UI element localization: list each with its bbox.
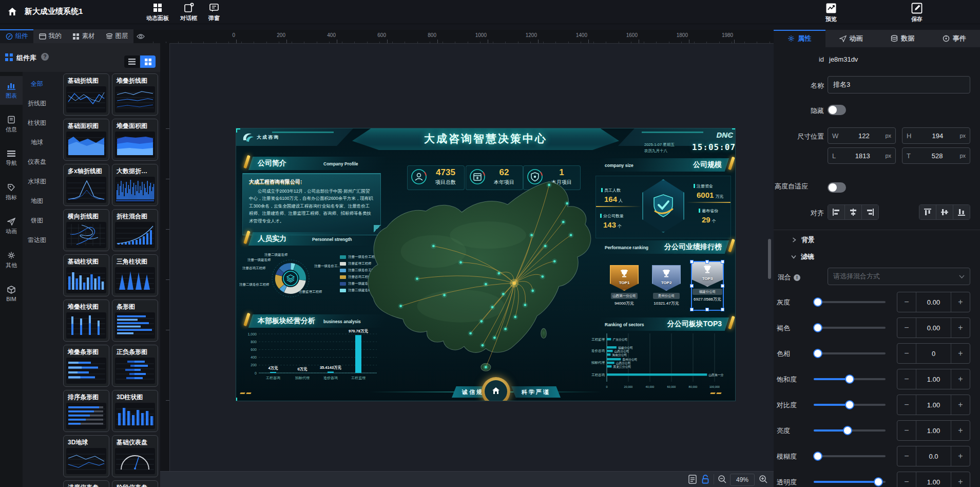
name-input[interactable]: 排名3 — [828, 76, 970, 93]
component-card-基础柱状图[interactable]: 基础柱状图 — [63, 254, 109, 296]
panel-tab-事件[interactable]: 事件 — [929, 30, 980, 47]
rail-item-其他[interactable]: 其他 — [0, 246, 23, 274]
increase-button[interactable]: + — [951, 395, 970, 415]
panel-tab-数据[interactable]: 数据 — [877, 30, 929, 47]
help-icon[interactable]: ? — [41, 53, 49, 61]
rail-item-图表[interactable]: 图表 — [0, 76, 23, 105]
rail-item-指标[interactable]: 指标 — [0, 178, 23, 207]
decrease-button[interactable]: − — [897, 395, 916, 415]
component-card-大数据折…[interactable]: 大数据折… — [112, 164, 158, 206]
selection-handle[interactable] — [705, 308, 709, 311]
dashboard-artboard[interactable]: 大成咨询智慧决策中心大成咨询DNC大成咨询2025-1-07 星期五农历九月十八… — [236, 128, 735, 401]
slider-thumb-灰度[interactable] — [813, 297, 822, 307]
category-仪表盘[interactable]: 仪表盘 — [23, 152, 51, 172]
filter-section-header[interactable]: 滤镜 — [791, 252, 814, 261]
rail-item-导航[interactable]: 导航 — [0, 144, 23, 173]
decrease-button[interactable]: − — [897, 369, 916, 389]
panel-tab-动画[interactable]: 动画 — [825, 30, 877, 47]
component-card-基础折线图[interactable]: 基础折线图 — [63, 73, 109, 116]
decrease-button[interactable]: − — [897, 292, 916, 312]
zoom-level[interactable]: 49% — [730, 474, 755, 486]
align-top-button[interactable] — [919, 205, 936, 219]
decrease-button[interactable]: − — [897, 421, 916, 440]
slider-track-褐色[interactable] — [814, 327, 886, 329]
component-card-横向折线图[interactable]: 横向折线图 — [63, 209, 109, 251]
background-section-header[interactable]: 背景 — [792, 235, 815, 245]
slider-thumb-色相[interactable] — [813, 349, 822, 358]
component-card-正负条形图[interactable]: 正负条形图 — [112, 345, 158, 387]
component-card-进度仪表盘[interactable]: 进度仪表盘 — [63, 480, 109, 487]
page-icon[interactable] — [688, 475, 697, 484]
save-button[interactable]: 保存 — [911, 3, 923, 23]
selection-handle[interactable] — [721, 308, 724, 311]
home-button[interactable] — [5, 5, 20, 18]
top-input[interactable]: T528px — [902, 147, 970, 164]
panel-tab-属性[interactable]: 属性 — [774, 30, 825, 47]
align-center-h-button[interactable] — [845, 205, 862, 219]
slider-thumb-亮度[interactable] — [843, 426, 852, 435]
autofit-toggle[interactable] — [828, 182, 846, 193]
slider-track-模糊度[interactable] — [814, 455, 886, 457]
tab-我的[interactable]: 我的 — [33, 29, 67, 43]
increase-button[interactable]: + — [951, 421, 970, 440]
toolbar-dynamic-panel[interactable]: 动态面板 — [146, 3, 169, 22]
zoom-out-icon[interactable] — [718, 475, 727, 484]
category-地图[interactable]: 地图 — [23, 191, 51, 211]
component-card-基础面积图[interactable]: 基础面积图 — [63, 119, 109, 161]
component-card-堆叠柱状图[interactable]: 堆叠柱状图 — [63, 299, 109, 342]
decrease-button[interactable]: − — [897, 472, 916, 487]
selection-handle[interactable] — [690, 308, 694, 311]
slider-thumb-褐色[interactable] — [813, 323, 822, 332]
decrease-button[interactable]: − — [897, 446, 916, 466]
selection-handle[interactable] — [690, 260, 694, 264]
decrease-button[interactable]: − — [897, 318, 916, 338]
zoom-in-icon[interactable] — [759, 475, 768, 484]
increase-button[interactable]: + — [951, 292, 970, 312]
rail-item-信息[interactable]: 信息 — [0, 110, 23, 139]
component-card-阶段仪表盘[interactable]: 阶段仪表盘 — [112, 480, 158, 487]
slider-thumb-对比度[interactable] — [845, 400, 854, 409]
slider-thumb-模糊度[interactable] — [813, 452, 822, 461]
tab-图层[interactable]: 图层 — [100, 29, 133, 43]
decrease-button[interactable]: − — [897, 344, 916, 363]
increase-button[interactable]: + — [951, 344, 970, 363]
height-input[interactable]: H194px — [902, 127, 970, 144]
unlock-icon[interactable] — [701, 475, 709, 484]
category-水球图[interactable]: 水球图 — [23, 172, 51, 191]
component-card-三角柱状图[interactable]: 三角柱状图 — [112, 254, 158, 296]
toolbar-dialog[interactable]: 对话框 — [180, 3, 197, 22]
slider-track-色相[interactable] — [814, 352, 886, 354]
component-card-条形图[interactable]: 条形图 — [112, 299, 158, 342]
rail-item-动画[interactable]: 动画 — [0, 212, 23, 240]
component-card-折柱混合图[interactable]: 折柱混合图 — [112, 209, 158, 251]
left-input[interactable]: L1813px — [828, 147, 896, 164]
ruler-corner[interactable] — [133, 30, 148, 43]
increase-button[interactable]: + — [951, 446, 970, 466]
slider-thumb-饱和度[interactable] — [845, 374, 854, 384]
align-right-button[interactable] — [862, 205, 878, 219]
component-card-排序条形图[interactable]: 排序条形图 — [63, 390, 109, 432]
increase-button[interactable]: + — [951, 318, 970, 338]
component-card-基础仪表盘[interactable]: 基础仪表盘 — [112, 435, 158, 477]
increase-button[interactable]: + — [951, 369, 970, 389]
blend-select[interactable]: 请选择混合方式 — [828, 268, 970, 285]
width-input[interactable]: W122px — [828, 127, 896, 144]
align-bottom-button[interactable] — [953, 205, 970, 219]
rail-item-BIM[interactable]: BIM — [0, 279, 23, 308]
slider-track-灰度[interactable] — [814, 301, 886, 303]
selection-handle[interactable] — [721, 284, 724, 288]
tab-组件[interactable]: 组件 — [0, 29, 33, 43]
hide-toggle[interactable] — [828, 105, 846, 115]
category-饼图[interactable]: 饼图 — [23, 211, 51, 230]
toolbar-popup[interactable]: 弹窗 — [208, 3, 220, 22]
category-地球[interactable]: 地球 — [23, 133, 51, 152]
component-card-堆叠面积图[interactable]: 堆叠面积图 — [112, 119, 158, 161]
category-雷达图[interactable]: 雷达图 — [23, 230, 51, 250]
preview-button[interactable]: 预览 — [825, 3, 837, 23]
category-全部[interactable]: 全部 — [23, 74, 51, 93]
slider-thumb-透明度[interactable] — [874, 477, 883, 486]
selection-handle[interactable] — [705, 260, 709, 264]
ranking-card-TOP2[interactable]: TOP2贵州分公司10321.47万元 — [652, 265, 681, 314]
selection-box[interactable] — [691, 261, 724, 311]
align-left-button[interactable] — [828, 205, 845, 219]
